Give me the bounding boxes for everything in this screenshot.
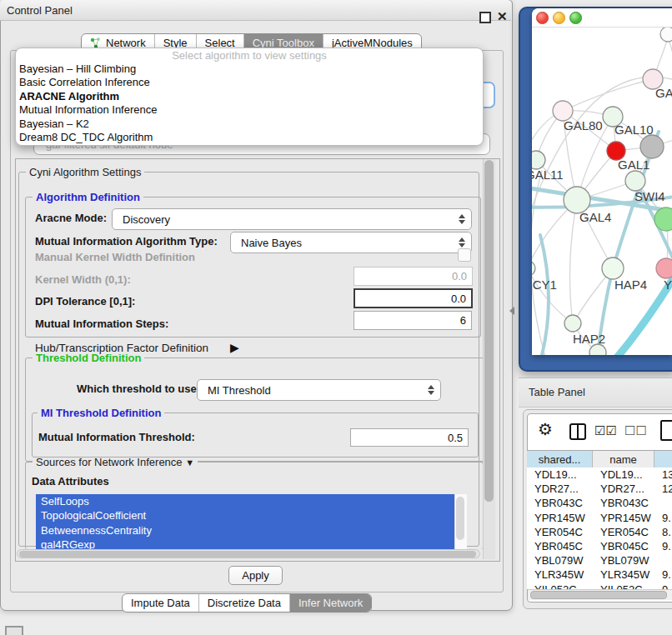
table-cell: YIL052C [527,582,593,590]
node-label: GAL4 [579,210,611,224]
manual-kernel-width-checkbox[interactable] [458,248,471,262]
clear-all-checkboxes-icon[interactable]: ☐☐ [624,423,647,438]
network-edge[interactable] [563,79,653,111]
close-icon[interactable]: ✕ [497,9,508,24]
apply-button[interactable]: Apply [228,566,283,585]
network-node[interactable] [656,258,672,278]
select-all-checkboxes-icon[interactable]: ☑☑ [594,423,617,438]
network-node[interactable] [660,27,672,42]
sources-collapse-icon[interactable]: ▼ [185,458,194,468]
table-cell: YDR27... [593,482,654,496]
network-node[interactable] [654,208,672,231]
table-row[interactable]: YBR045CYBR045C9. [527,539,672,553]
attribute-option[interactable]: BetweennessCentrality [36,523,454,538]
table-cell: 9. [654,539,672,553]
settings-vscrollbar-thumb[interactable] [484,160,494,502]
attributes-scrollbar[interactable] [454,494,467,550]
hub-expand-icon[interactable]: ▶ [230,341,239,354]
table-cell: YDR27... [527,482,593,496]
combo-spinner-icon [459,214,465,224]
table-row[interactable]: YIL052CYIL052C9 [527,582,672,590]
network-node[interactable] [532,151,545,169]
tab-impute-data[interactable]: Impute Data [123,594,198,612]
cyni-algorithm-settings-title: Cyni Algorithm Settings [26,166,144,178]
node-label: GAL1 [618,158,649,172]
settings-hscrollbar-thumb[interactable] [19,551,476,558]
mi-steps-label: Mutual Information Steps: [35,318,168,330]
table-panel-title: Table Panel [529,386,585,398]
new-table-icon[interactable] [660,420,672,441]
data-attributes-list: SelfLoopsTopologicalCoefficientBetweenne… [36,494,467,550]
algorithm-option[interactable]: Basic Correlation Inference [16,76,483,89]
network-window-titlebar[interactable] [532,8,672,28]
algorithm-option[interactable]: Bayesian – K2 [16,118,483,131]
table-cell: YER054C [593,525,654,539]
tab-infer-network[interactable]: Infer Network [289,594,371,612]
aracne-mode-combo[interactable]: Discovery [112,208,472,230]
algorithm-option[interactable]: Bayesian – Hill Climbing [16,62,483,76]
mi-algorithm-type-value: Naive Bayes [231,237,302,249]
mi-steps-field[interactable]: 6 [354,311,472,330]
network-node[interactable] [625,171,645,191]
panel-divider-collapse-icon[interactable] [509,307,514,315]
control-panel-titlebar[interactable]: Control Panel [0,0,511,21]
table-row[interactable]: YDL19...YDL19...13 [527,468,672,482]
algorithm-option[interactable]: Dream8 DC_TDC Algorithm [16,131,483,144]
mi-threshold-label: Mutual Information Threshold: [38,431,195,443]
node-label: GAL80 [564,118,603,132]
algorithm-popup-list: Bayesian – Hill ClimbingBasic Correlatio… [16,62,483,144]
network-node[interactable] [532,261,535,276]
algorithm-popup-placeholder: Select algorithm to view settings [16,48,483,62]
table-row[interactable]: YLR345WYLR345W9. [527,568,672,582]
table-row[interactable]: YBL079WYBL079W [527,553,672,568]
attribute-option[interactable]: TopologicalCoefficient [36,508,454,522]
table-hscrollbar-thumb[interactable] [530,591,667,599]
attribute-option[interactable]: gal4RGexp [36,538,454,550]
network-node[interactable] [640,135,664,158]
attribute-option[interactable]: SelfLoops [36,494,454,508]
table-cell: YLR345W [527,568,593,582]
table-row[interactable]: YPR145WYPR145W9. [527,511,672,525]
float-window-icon[interactable] [479,12,491,23]
which-threshold-combo[interactable]: MI Threshold [197,379,441,401]
table-panel-titlebar[interactable]: Table Panel [519,378,672,408]
columns-icon[interactable] [569,423,586,440]
algorithm-option[interactable]: Mutual Information Inference [16,103,483,117]
minimize-traffic-light-icon[interactable] [553,12,565,24]
algorithm-option[interactable]: ARACNE Algorithm [16,90,483,103]
kernel-width-field[interactable]: 0.0 [354,267,473,286]
gear-icon[interactable]: ⚙ [538,421,553,438]
mi-threshold-group-title: MI Threshold Definition [38,407,164,419]
network-node[interactable] [564,315,581,332]
network-edge[interactable] [569,200,577,323]
node-label: Y [664,278,672,292]
column-header[interactable]: shared... [527,451,593,468]
corner-widget-icon[interactable] [5,626,23,635]
zoom-traffic-light-icon[interactable] [569,12,582,24]
network-edge[interactable] [532,268,573,323]
tab-discretize-data[interactable]: Discretize Data [198,594,289,612]
table-cell [654,496,672,510]
table-cell: YPR145W [527,511,593,525]
data-attributes-selection: SelfLoopsTopologicalCoefficientBetweenne… [36,494,454,550]
column-header[interactable]: name [593,451,654,468]
table-row[interactable]: YER054CYER054C8. [527,525,672,539]
attributes-scrollbar-thumb[interactable] [456,497,464,540]
network-edge[interactable] [532,171,546,355]
table-cell: 12 [654,482,672,496]
mi-algorithm-type-label: Mutual Information Algorithm Type: [35,235,218,248]
close-traffic-light-icon[interactable] [536,12,549,24]
network-graph[interactable]: GALGAL80GAL10GAL1GAL11SWI4GAL4GCY1HAP4YH… [532,27,672,355]
table-row[interactable]: YDR27...YDR27...12 [527,482,672,496]
mi-threshold-field[interactable]: 0.5 [350,428,469,447]
table-cell: YDL19... [527,468,593,482]
mi-algorithm-type-combo[interactable]: Naive Bayes [230,232,472,253]
hub-definition-label[interactable]: Hub/Transcription Factor Definition [35,342,208,354]
table-cell: 13 [654,468,672,482]
table-cell: YBR043C [593,496,654,510]
network-node[interactable] [602,258,624,279]
table-cell: 9 [654,582,672,590]
dpi-tolerance-field[interactable]: 0.0 [354,288,473,308]
column-header[interactable]: A [654,451,672,468]
table-row[interactable]: YBR043CYBR043C [527,496,672,510]
